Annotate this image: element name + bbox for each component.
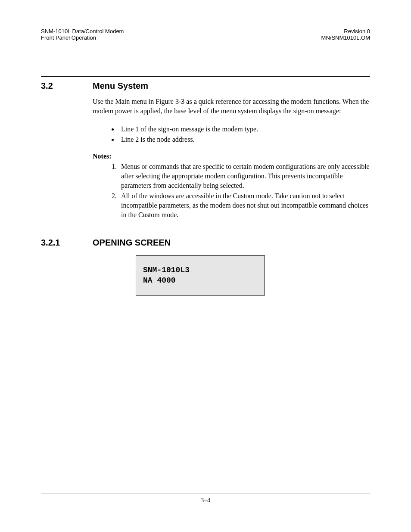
page-footer: 3–4 [41,494,370,504]
section-paragraph: Use the Main menu in Figure 3-3 as a qui… [93,97,370,116]
header-docnum: MN/SNM1010L.OM [321,34,370,41]
page-number: 3–4 [201,497,211,504]
page-header: SNM-1010L Data/Control Modem Front Panel… [41,28,370,41]
subsection-heading: 3.2.1 OPENING SCREEN [41,238,370,248]
screen-line1: SNM-1010L3 [143,266,190,274]
opening-screen-display: SNM-1010L3 NA 4000 [136,255,265,296]
header-right: Revision 0 MN/SNM1010L.OM [321,28,370,41]
note-item: All of the windows are accessible in the… [118,191,370,220]
subsection-number: 3.2.1 [41,238,93,248]
note-item: Menus or commands that are specific to c… [118,162,370,190]
header-left: SNM-1010L Data/Control Modem Front Panel… [41,28,124,41]
header-chapter: Front Panel Operation [41,34,124,41]
section-heading: 3.2 Menu System [41,76,370,91]
document-page: SNM-1010L Data/Control Modem Front Panel… [0,0,411,532]
bullet-list: Line 1 of the sign-on message is the mod… [110,124,370,145]
subsection-title: OPENING SCREEN [93,238,370,248]
header-product: SNM-1010L Data/Control Modem [41,28,124,34]
header-revision: Revision 0 [321,28,370,34]
screen-line2: NA 4000 [143,276,176,285]
notes-label: Notes: [93,152,370,160]
bullet-item: Line 1 of the sign-on message is the mod… [118,124,370,134]
notes-list: Menus or commands that are specific to c… [110,162,370,220]
section-title: Menu System [93,81,370,91]
bullet-item: Line 2 is the node address. [118,134,370,145]
section-number: 3.2 [41,81,93,91]
